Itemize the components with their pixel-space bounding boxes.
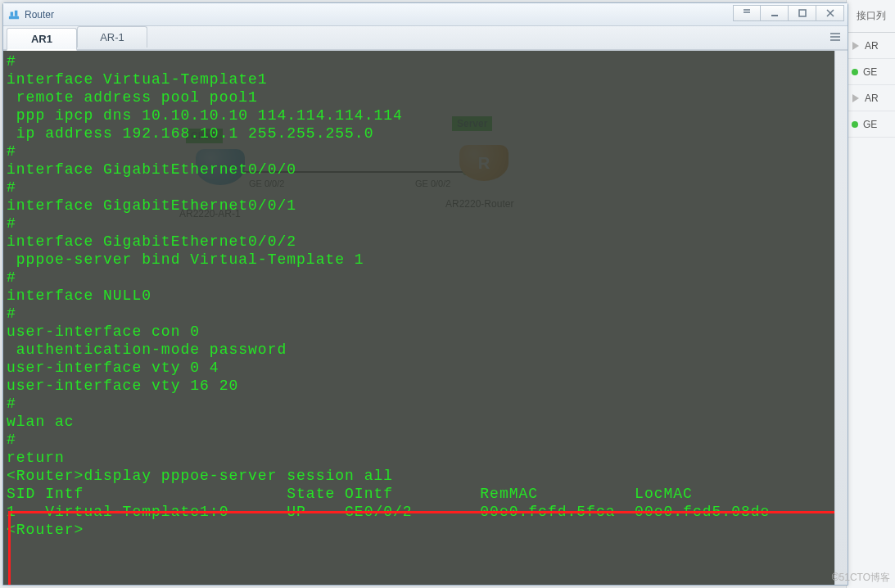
- status-led-green: [852, 69, 858, 75]
- terminal-line: return: [7, 449, 844, 467]
- svg-rect-5: [830, 33, 840, 34]
- terminal-line: user-interface con 0: [7, 323, 844, 341]
- minimize-button[interactable]: [761, 5, 789, 21]
- tab-strip: AR1AR-1: [3, 26, 848, 51]
- side-panel-row-label: GE: [863, 119, 877, 130]
- maximize-button[interactable]: [789, 5, 816, 21]
- terminal-line: 1 Virtual-Template1:0 UP GE0/0/2 00e0.fc…: [7, 503, 844, 521]
- terminal-line: #: [7, 142, 844, 161]
- terminal-line: ip address 192.168.10.1 255.255.255.0: [7, 124, 844, 142]
- svg-rect-2: [15, 10, 18, 16]
- terminal-line: interface GigabitEthernet0/0/2: [7, 233, 844, 251]
- side-panel-row-label: AR: [865, 93, 879, 104]
- terminal-line: SID Intf State OIntf RemMAC LocMAC: [7, 485, 844, 503]
- terminal-line: remote address pool pool1: [7, 88, 844, 106]
- terminal-line: #: [7, 52, 844, 70]
- terminal-line: user-interface vty 0 4: [7, 359, 844, 377]
- terminal-line: interface NULL0: [7, 287, 844, 305]
- side-panel-header: 接口列: [847, 0, 895, 33]
- svg-rect-7: [830, 39, 840, 41]
- side-panel-row[interactable]: AR: [847, 85, 895, 111]
- terminal-line: #: [7, 269, 844, 287]
- terminal-line: interface GigabitEthernet0/0/0: [7, 161, 844, 179]
- scrollbar-track[interactable]: [834, 51, 848, 585]
- terminal-line: ppp ipcp dns 10.10.10.10 114.114.114.114: [7, 106, 844, 124]
- pin-button[interactable]: [733, 5, 761, 21]
- side-panel-row[interactable]: AR: [847, 33, 895, 59]
- side-panel-row[interactable]: GE: [847, 111, 895, 138]
- terminal-line: user-interface vty 16 20: [7, 377, 844, 395]
- terminal-line: <Router>: [7, 521, 844, 539]
- side-panel-row-label: AR: [865, 40, 879, 52]
- background-side-panel: 接口列 ARGEARGE: [846, 0, 895, 588]
- router-console-window: Router AR1AR-1 R: [2, 2, 848, 586]
- tab-ar-1[interactable]: AR-1: [77, 26, 147, 47]
- terminal-line: #: [7, 179, 844, 197]
- window-title: Router: [25, 9, 54, 20]
- svg-rect-1: [11, 11, 14, 16]
- close-button[interactable]: [816, 5, 844, 21]
- tab-ar1[interactable]: AR1: [7, 28, 77, 51]
- collapse-icon: [852, 94, 859, 102]
- app-icon: [8, 9, 20, 20]
- terminal-line: interface Virtual-Template1: [7, 70, 844, 88]
- terminal-area: R GE 0/0/2 GE 0/0/2 AR2220-AR-1 AR2220-R…: [3, 51, 848, 585]
- terminal-line: wlan ac: [7, 413, 844, 431]
- terminal-line: <Router>display pppoe-server session all: [7, 467, 844, 485]
- svg-rect-6: [830, 36, 840, 38]
- terminal-line: interface GigabitEthernet0/0/1: [7, 197, 844, 215]
- tab-menu-icon[interactable]: [829, 31, 841, 45]
- terminal-line: #: [7, 395, 844, 413]
- svg-rect-4: [799, 10, 806, 16]
- watermark: ©51CTO博客: [832, 571, 890, 585]
- window-buttons: [733, 5, 844, 21]
- terminal-line: authentication-mode password: [7, 341, 844, 359]
- side-panel-row-label: GE: [863, 66, 877, 78]
- side-panel-row[interactable]: GE: [847, 59, 895, 85]
- collapse-icon: [852, 42, 859, 50]
- status-led-green: [852, 121, 858, 128]
- svg-rect-0: [9, 16, 19, 19]
- terminal-line: pppoe-server bind Virtual-Template 1: [7, 251, 844, 269]
- terminal-line: #: [7, 431, 844, 449]
- terminal-line: #: [7, 215, 844, 233]
- terminal-line: #: [7, 305, 844, 323]
- side-panel-header-text: 接口列: [857, 9, 886, 23]
- titlebar[interactable]: Router: [3, 3, 848, 26]
- terminal-output[interactable]: #interface Virtual-Template1 remote addr…: [3, 51, 848, 585]
